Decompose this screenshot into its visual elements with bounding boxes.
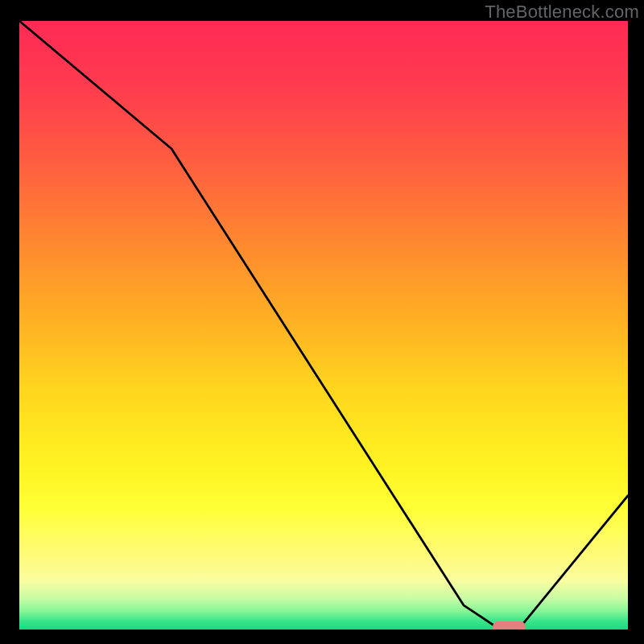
curve-svg [19,21,628,630]
optimal-marker [493,621,526,630]
watermark-text: TheBottleneck.com [485,2,639,23]
bottleneck-curve [19,21,628,630]
chart-container: TheBottleneck.com [0,0,644,644]
plot-area [19,21,628,630]
